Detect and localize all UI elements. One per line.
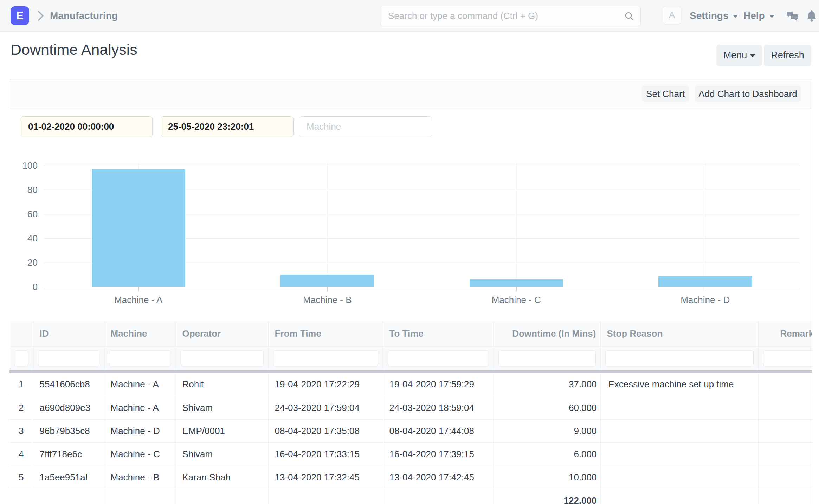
settings-menu[interactable]: Settings [690, 10, 738, 21]
cell-remarks[interactable] [758, 396, 812, 419]
search-input[interactable] [388, 6, 617, 26]
cell-stop_reason[interactable] [600, 442, 758, 466]
cell-idx[interactable]: 5 [9, 466, 33, 489]
menu-button[interactable]: Menu [716, 45, 762, 66]
cell-operator[interactable]: Shivam [176, 442, 268, 466]
bar-Machine-A[interactable] [92, 169, 185, 287]
cell-downtime[interactable]: 60.000 [494, 396, 600, 419]
cell-to_time[interactable]: 16-04-2020 17:39:15 [383, 442, 494, 466]
report-container: Set Chart Add Chart to Dashboard 0204060… [9, 79, 812, 504]
help-menu[interactable]: Help [743, 10, 775, 21]
settings-label: Settings [690, 10, 728, 21]
notifications-bell-icon[interactable] [805, 9, 819, 23]
y-axis-tick-label: 60 [9, 209, 38, 220]
column-header-id[interactable]: ID [33, 321, 104, 347]
x-axis-tick [138, 287, 139, 291]
column-filter-input-downtime[interactable] [498, 350, 596, 366]
table-row: 15541606cb8Machine - ARohit19-04-2020 17… [9, 373, 812, 396]
cell-from_time[interactable]: 19-04-2020 17:22:29 [268, 373, 383, 396]
cell-remarks[interactable] [758, 419, 812, 442]
cell-machine[interactable]: Machine - B [104, 466, 176, 489]
column-filter-input-from_time[interactable] [273, 350, 378, 366]
column-filter-input-to_time[interactable] [388, 350, 489, 366]
cell-machine[interactable]: Machine - C [104, 442, 176, 466]
cell-operator[interactable]: Shivam [176, 396, 268, 419]
cell-idx[interactable]: 3 [9, 419, 33, 442]
cell-operator[interactable]: Rohit [176, 373, 268, 396]
total-downtime: 122.000 [494, 489, 600, 504]
column-header-operator[interactable]: Operator [176, 321, 268, 347]
cell-idx[interactable]: 1 [9, 373, 33, 396]
cell-id[interactable]: 96b79b35c8 [33, 419, 104, 442]
total-cell-operator [176, 489, 268, 504]
global-search [380, 6, 641, 26]
column-header-remarks[interactable]: Remarks [758, 321, 812, 347]
cell-stop_reason[interactable] [600, 419, 758, 442]
cell-machine[interactable]: Machine - D [104, 419, 176, 442]
column-filter-input-idx[interactable] [14, 350, 28, 366]
breadcrumb[interactable]: Manufacturing [50, 10, 118, 21]
cell-remarks[interactable] [758, 442, 812, 466]
cell-downtime[interactable]: 37.000 [494, 373, 600, 396]
column-filter-input-remarks[interactable] [763, 350, 813, 366]
cell-remarks[interactable] [758, 373, 812, 396]
cell-idx[interactable]: 4 [9, 442, 33, 466]
x-gridline [705, 163, 705, 287]
bar-Machine-D[interactable] [658, 276, 752, 287]
bar-Machine-C[interactable] [470, 279, 563, 287]
cell-id[interactable]: 1a5ee951af [33, 466, 104, 489]
cell-machine[interactable]: Machine - A [104, 373, 176, 396]
y-gridline [44, 287, 800, 287]
page-title: Downtime Analysis [11, 41, 137, 58]
cell-id[interactable]: 5541606cb8 [33, 373, 104, 396]
cell-from_time[interactable]: 08-04-2020 17:35:08 [268, 419, 383, 442]
cell-id[interactable]: 7fff718e6c [33, 442, 104, 466]
column-filter-row [9, 347, 812, 370]
cell-to_time[interactable]: 24-03-2020 18:59:04 [383, 396, 494, 419]
cell-downtime[interactable]: 10.000 [494, 466, 600, 489]
cell-stop_reason[interactable]: Excessive machine set up time [600, 373, 758, 396]
cell-stop_reason[interactable] [600, 466, 758, 489]
cell-to_time[interactable]: 19-04-2020 17:59:29 [383, 373, 494, 396]
cell-from_time[interactable]: 24-03-2020 17:59:04 [268, 396, 383, 419]
table-row: 47fff718e6cMachine - CShivam16-04-2020 1… [9, 442, 812, 466]
cell-from_time[interactable]: 16-04-2020 17:33:15 [268, 442, 383, 466]
column-header-downtime[interactable]: Downtime (In Mins) [494, 321, 600, 347]
cell-machine[interactable]: Machine - A [104, 396, 176, 419]
search-icon [624, 11, 634, 21]
column-header-to_time[interactable]: To Time [383, 321, 494, 347]
column-filter-input-operator[interactable] [181, 350, 264, 366]
help-label: Help [743, 10, 765, 21]
page-head: Downtime Analysis Menu Refresh [0, 32, 819, 79]
row-number-header [9, 321, 33, 347]
bar-Machine-B[interactable] [280, 275, 374, 287]
cell-to_time[interactable]: 13-04-2020 17:42:45 [383, 466, 494, 489]
cell-stop_reason[interactable] [600, 396, 758, 419]
y-axis-tick-label: 20 [9, 257, 38, 268]
cell-operator[interactable]: Karan Shah [176, 466, 268, 489]
y-axis-tick-label: 100 [9, 160, 38, 171]
table-body: 15541606cb8Machine - ARohit19-04-2020 17… [9, 373, 812, 504]
column-header-from_time[interactable]: From Time [268, 321, 383, 347]
cell-idx[interactable]: 2 [9, 396, 33, 419]
cell-operator[interactable]: EMP/0001 [176, 419, 268, 442]
cell-from_time[interactable]: 13-04-2020 17:32:45 [268, 466, 383, 489]
column-filter-input-stop_reason[interactable] [605, 350, 754, 366]
cell-downtime[interactable]: 9.000 [494, 419, 600, 442]
app-logo[interactable]: E [11, 6, 29, 25]
refresh-button[interactable]: Refresh [764, 45, 811, 66]
x-gridline [327, 163, 328, 287]
column-header-machine[interactable]: Machine [104, 321, 176, 347]
chat-icon[interactable] [785, 9, 799, 23]
cell-remarks[interactable] [758, 466, 812, 489]
x-axis-label: Machine - B [275, 295, 380, 305]
column-filter-input-id[interactable] [38, 350, 99, 366]
cell-downtime[interactable]: 6.000 [494, 442, 600, 466]
cell-id[interactable]: a690d809e3 [33, 396, 104, 419]
column-filter-input-machine[interactable] [109, 350, 171, 366]
y-gridline [44, 166, 800, 166]
column-header-stop_reason[interactable]: Stop Reason [600, 321, 758, 347]
avatar[interactable]: A [663, 6, 681, 25]
cell-to_time[interactable]: 08-04-2020 17:44:08 [383, 419, 494, 442]
chevron-down-icon [769, 15, 775, 18]
